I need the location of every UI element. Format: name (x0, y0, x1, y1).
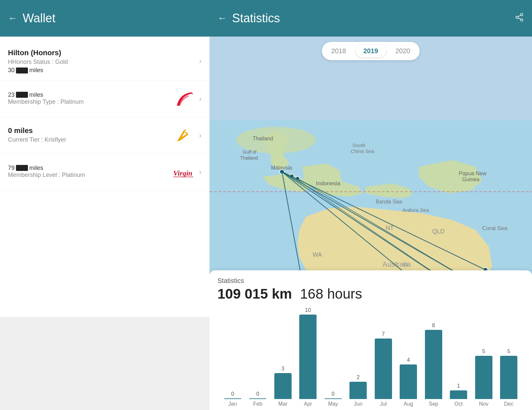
qantas-status: Membership Type : Platinum (8, 98, 172, 105)
svg-text:Papua New: Papua New (459, 171, 486, 176)
stats-section-label: Statistics (217, 277, 524, 285)
svg-point-3 (516, 16, 518, 18)
qantas-logo-icon (174, 91, 194, 107)
bar-col-feb: 0Feb (245, 307, 271, 407)
wallet-item-qantas[interactable]: 23 miles Membership Type : Platinum › (0, 81, 209, 117)
sia-chevron-icon: › (199, 131, 201, 140)
wallet-title: Wallet (23, 11, 56, 25)
svg-text:Gulf of: Gulf of (243, 149, 256, 155)
bar-label-mar: Mar (278, 401, 288, 407)
bar-label-aug: Aug (404, 401, 413, 407)
bar-label-jul: Jul (380, 401, 387, 407)
bar-value-apr: 10 (305, 307, 311, 313)
bar-feb (249, 398, 266, 399)
stats-hours: 168 hours (300, 286, 362, 302)
bar-value-nov: 5 (482, 348, 485, 354)
hilton-status: HHonors Status : Gold (8, 59, 199, 66)
wallet-item-virgin[interactable]: 79 miles Membership Level : Platinum Vir… (0, 154, 209, 191)
bar-aug (400, 364, 417, 399)
bar-col-oct: 1Oct (446, 307, 471, 407)
bar-label-nov: Nov (479, 401, 488, 407)
sia-logo-icon (174, 127, 193, 144)
bar-col-sep: 8Sep (421, 307, 446, 407)
svg-text:China Sea: China Sea (351, 148, 374, 154)
svg-point-2 (521, 13, 523, 16)
svg-text:Thailand: Thailand (240, 155, 258, 161)
hilton-name: Hilton (Honors) (8, 49, 199, 57)
bar-chart: 0Jan0Feb3Mar10Apr0May2Jun7Jul4Aug8Sep1Oc… (217, 307, 524, 407)
year-2019-button[interactable]: 2019 (355, 45, 386, 58)
redact-block (16, 165, 28, 171)
bar-col-jun: 2Jun (346, 307, 371, 407)
svg-text:Guinea: Guinea (462, 177, 479, 182)
qantas-logo (172, 91, 195, 107)
wallet-item-sia[interactable]: 0 miles Current Tier : Krisflyer › (0, 117, 209, 154)
map-bg-watermark (0, 317, 209, 410)
virgin-status: Membership Level : Platinum (8, 172, 172, 179)
redact-block (16, 92, 28, 98)
svg-text:Coral Sea: Coral Sea (482, 225, 507, 231)
virgin-logo: Virgin (172, 164, 195, 181)
statistics-panel: ← Statistics 2018 2019 2020 (209, 0, 532, 410)
virgin-chevron-icon: › (199, 168, 201, 177)
svg-text:South: South (352, 142, 365, 148)
qantas-miles: 23 miles (8, 91, 172, 98)
statistics-back-button[interactable]: ← (217, 13, 227, 24)
bar-value-sep: 8 (432, 323, 435, 329)
bar-value-mar: 3 (281, 366, 284, 372)
year-selector: 2018 2019 2020 (322, 42, 420, 60)
bar-col-nov: 5Nov (471, 307, 496, 407)
bar-col-dec: 5Dec (496, 307, 522, 407)
svg-text:Banda Sea: Banda Sea (376, 199, 402, 205)
map-container: 2018 2019 2020 WA (209, 37, 532, 410)
redact-block (16, 68, 28, 73)
bar-may (325, 398, 342, 399)
svg-text:Thailand: Thailand (253, 136, 273, 141)
virgin-logo-icon: Virgin (173, 166, 194, 179)
sia-miles: 0 miles (8, 126, 172, 135)
bar-col-apr: 10Apr (296, 307, 321, 407)
svg-text:Australia: Australia (382, 260, 411, 268)
wallet-item-hilton[interactable]: Hilton (Honors) HHonors Status : Gold 30… (0, 42, 209, 81)
bar-value-dec: 5 (507, 348, 510, 354)
bar-label-jun: Jun (354, 401, 362, 407)
share-icon[interactable] (515, 13, 524, 24)
bar-label-feb: Feb (253, 401, 262, 407)
bar-value-jan: 0 (231, 391, 234, 397)
wallet-header: ← Wallet (0, 0, 209, 37)
bar-label-oct: Oct (455, 401, 463, 407)
bar-jun (349, 382, 367, 399)
bar-value-feb: 0 (256, 391, 259, 397)
stats-km: 109 015 km (217, 286, 292, 302)
bar-col-mar: 3Mar (270, 307, 296, 407)
stats-numbers: 109 015 km 168 hours (217, 286, 524, 302)
bar-jul (375, 339, 392, 399)
year-2018-button[interactable]: 2018 (323, 45, 354, 58)
sia-status: Current Tier : Krisflyer (8, 136, 172, 143)
bar-apr (299, 315, 317, 399)
wallet-panel: ← Wallet Hilton (Honors) HHonors Status … (0, 0, 209, 410)
bar-sep (425, 330, 442, 399)
bar-value-may: 0 (332, 391, 334, 397)
svg-text:Indonesia: Indonesia (316, 180, 340, 187)
svg-line-6 (518, 15, 521, 17)
virgin-miles: 79 miles (8, 165, 172, 172)
bar-col-aug: 4Aug (396, 307, 421, 407)
svg-point-4 (521, 19, 523, 21)
bar-oct (450, 390, 467, 399)
bar-label-apr: Apr (304, 401, 312, 407)
qantas-chevron-icon: › (199, 95, 201, 103)
svg-text:NT: NT (386, 225, 394, 231)
hilton-miles: 30 miles (8, 67, 199, 74)
svg-text:Arafura Sea: Arafura Sea (402, 207, 429, 213)
wallet-back-button[interactable]: ← (8, 13, 17, 24)
hilton-chevron-icon: › (199, 57, 201, 66)
bar-dec (500, 356, 517, 399)
year-2020-button[interactable]: 2020 (387, 45, 418, 58)
bar-label-may: May (328, 401, 338, 407)
bar-value-jul: 7 (382, 331, 385, 337)
svg-text:WA: WA (313, 251, 322, 258)
bar-col-jul: 7Jul (371, 307, 396, 407)
bar-nov (475, 356, 492, 399)
statistics-header: ← Statistics (209, 0, 532, 37)
